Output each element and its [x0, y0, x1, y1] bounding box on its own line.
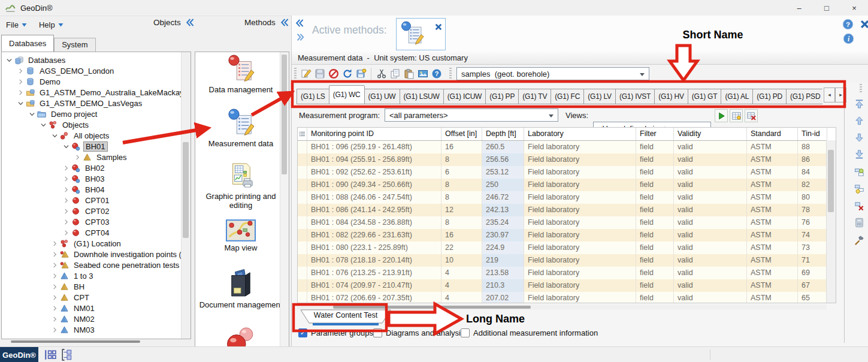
collapsed-icon[interactable]: [51, 252, 59, 257]
cut-button[interactable]: [375, 67, 388, 80]
tree-item-seabed-cone-penetration-tests[interactable]: Seabed cone penetration tests: [2, 260, 181, 270]
tree-item-databases[interactable]: Databases: [2, 55, 181, 65]
collapsed-icon[interactable]: [51, 241, 59, 246]
collapse-left-icon[interactable]: [295, 19, 304, 28]
file-menu[interactable]: File: [0, 16, 33, 34]
form-view-button[interactable]: [61, 349, 73, 361]
method-tab-g1-lv[interactable]: (G1) LV: [583, 89, 616, 104]
method-item-item[interactable]: [199, 327, 283, 348]
table-row[interactable]: BH01 : 072 (206.69 - 207.35ft)4207.02Fie…: [298, 292, 836, 303]
save-button[interactable]: [313, 67, 326, 80]
table-row[interactable]: BH01 : 086 (241.14 - 242.95ft)12242.13Fi…: [298, 204, 836, 216]
expanded-icon[interactable]: [40, 122, 47, 128]
minimize-button[interactable]: –: [785, 0, 813, 16]
tab-system[interactable]: System: [54, 38, 95, 52]
table-row[interactable]: BH01 : 076 (213.25 - 213.91ft)4213.58Fie…: [298, 267, 836, 279]
collapsed-icon[interactable]: [62, 198, 70, 203]
collapsed-icon[interactable]: [62, 219, 70, 225]
tree-item-cpt[interactable]: CPT: [2, 292, 181, 303]
collapsed-icon[interactable]: [51, 327, 59, 333]
tree-hscrollbar-thumb[interactable]: [11, 340, 140, 343]
toolbar-grip[interactable]: [449, 68, 452, 80]
tree-item-samples[interactable]: Samples: [2, 152, 181, 162]
column-header-depth-ft[interactable]: Depth [ft]: [482, 128, 524, 140]
collapsed-icon[interactable]: [51, 295, 59, 300]
copy-record-button[interactable]: [852, 182, 866, 195]
move-last-button[interactable]: [852, 147, 866, 161]
tree-item-cpt02[interactable]: CPT02: [2, 206, 181, 216]
table-row[interactable]: BH01 : 096 (259.19 - 261.48ft)16260.5Fie…: [298, 141, 836, 153]
collapsed-icon[interactable]: [51, 263, 59, 268]
expanded-icon[interactable]: [62, 144, 70, 149]
checkbox-diagrams-and-analysis[interactable]: Diagrams and analysis: [373, 328, 465, 337]
collapsed-icon[interactable]: [17, 79, 25, 85]
column-header-monitoring-point-id[interactable]: Monitoring point ID: [307, 128, 441, 140]
tree-item-objects[interactable]: Objects: [2, 119, 181, 130]
method-tab-g1-ls[interactable]: (G1) LS: [297, 89, 329, 104]
measurement-program-combo[interactable]: <all parameters>: [385, 108, 558, 122]
tree-item-cpt04[interactable]: CPT04: [2, 227, 181, 238]
paste-button[interactable]: [403, 67, 416, 80]
method-tab-g1-icuw[interactable]: (G1) ICUW: [443, 89, 486, 104]
table-row[interactable]: BH01 : 084 (234.58 - 236.88ft)8235.24Fie…: [298, 216, 836, 229]
active-method-measurement-data[interactable]: [396, 18, 446, 50]
tree-item-cpt01[interactable]: CPT01: [2, 195, 181, 206]
expand-right-icon[interactable]: [296, 33, 304, 41]
tools-button[interactable]: [852, 234, 866, 247]
method-tab-g1-hv[interactable]: (G1) HV: [654, 89, 688, 104]
collapsed-icon[interactable]: [17, 90, 25, 95]
method-item-document-management[interactable]: Document management: [199, 267, 283, 309]
help-button[interactable]: ?: [430, 67, 443, 80]
help-menu[interactable]: Help: [33, 16, 69, 34]
table-hscrollbar-thumb[interactable]: [333, 306, 531, 309]
method-tab-g1-tv[interactable]: (G1) TV: [518, 89, 551, 104]
collapsed-icon[interactable]: [62, 176, 70, 182]
tree-item-g1-astm-demo-lasvegas[interactable]: G1_ASTM_DEMO_LasVegas: [2, 98, 181, 108]
collapsed-icon[interactable]: [17, 68, 25, 74]
method-item-graphic-printing-and-editing[interactable]: Graphic printing and editing: [199, 161, 283, 210]
tree-item-bh02[interactable]: BH02: [2, 162, 181, 173]
checkbox-box[interactable]: [373, 328, 382, 337]
table-row[interactable]: BH01 : 090 (249.34 - 250.66ft)8250Field …: [298, 179, 836, 191]
close-method-icon[interactable]: [435, 23, 442, 31]
tree-item-bh[interactable]: BH: [2, 281, 181, 292]
view-delete-button[interactable]: [745, 109, 758, 122]
tree-item-all-objects[interactable]: All objects: [2, 130, 181, 141]
method-item-measurement-data[interactable]: Measurement data: [199, 108, 283, 148]
edit-button[interactable]: [300, 67, 313, 80]
collapsed-icon[interactable]: [51, 306, 59, 311]
method-item-data-management[interactable]: Data management: [199, 55, 283, 94]
method-tab-g1-pd[interactable]: (G1) PD: [752, 89, 787, 104]
table-row[interactable]: BH01 : 082 (229.66 - 231.63ft)16230.97Fi…: [298, 229, 836, 242]
object-type-combo[interactable]: samples (geot. borehole): [456, 67, 649, 80]
methods-panel-toggle[interactable]: Methods: [244, 18, 289, 27]
calculator-button[interactable]: [852, 216, 866, 229]
parameter-group-tab[interactable]: Water Content Test: [300, 309, 391, 328]
tabs-scroll-left-button[interactable]: ◂: [824, 88, 835, 102]
collapsed-icon[interactable]: [51, 316, 59, 322]
tree-item-g1-location[interactable]: (G1) Location: [2, 238, 181, 249]
checkbox-box[interactable]: [461, 328, 470, 337]
toolbar-grip[interactable]: [294, 68, 297, 80]
table-row[interactable]: BH01 : 074 (209.97 - 210.47ft)4210.3Fiel…: [298, 279, 836, 292]
column-header-tin-id[interactable]: Tin-id: [798, 128, 827, 140]
collapsed-icon[interactable]: [51, 273, 59, 279]
column-header-offset-in[interactable]: Offset [in]: [441, 128, 482, 140]
tree-scrollbar-thumb[interactable]: [183, 142, 189, 238]
collapsed-icon[interactable]: [62, 187, 70, 192]
tree-item-bh04[interactable]: BH04: [2, 184, 181, 195]
column-header-laboratory[interactable]: Laboratory: [524, 128, 636, 140]
expanded-icon[interactable]: [51, 133, 59, 138]
export-button[interactable]: [355, 67, 368, 80]
method-tab-g1-pp[interactable]: (G1) PP: [485, 89, 519, 104]
cancel-button[interactable]: [327, 67, 340, 80]
column-header-filter[interactable]: Filter: [636, 128, 674, 140]
method-tab-g1-ivst[interactable]: (G1) IVST: [615, 89, 655, 104]
add-record-button[interactable]: [852, 165, 866, 179]
table-scrollbar-thumb[interactable]: [828, 150, 834, 212]
collapsed-icon[interactable]: [62, 209, 70, 214]
tab-databases[interactable]: Databases: [1, 35, 54, 52]
checkbox-parameter-groups[interactable]: ✓Parameter groups: [298, 328, 373, 337]
move-up-button[interactable]: [852, 114, 866, 127]
tree-item-bh01[interactable]: BH01: [2, 141, 181, 152]
